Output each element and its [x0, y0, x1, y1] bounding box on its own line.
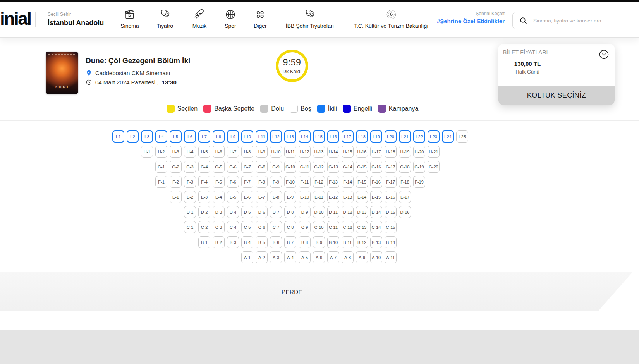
seat-I-18[interactable]: I-18 [356, 130, 368, 143]
seat-C-6[interactable]: C-6 [256, 221, 268, 233]
seat-G-14[interactable]: G-14 [342, 161, 354, 173]
seat-G-7[interactable]: G-7 [241, 161, 253, 173]
seat-F-3[interactable]: F-3 [184, 176, 196, 188]
nav-item-m-zik[interactable]: Müzik [192, 9, 207, 29]
seat-F-11[interactable]: F-11 [299, 176, 311, 188]
seat-A-11[interactable]: A-11 [385, 251, 397, 263]
seat-C-3[interactable]: C-3 [213, 221, 225, 233]
seat-D-9[interactable]: D-9 [299, 206, 311, 218]
seat-F-6[interactable]: F-6 [227, 176, 239, 188]
site-logo[interactable]: inial [0, 8, 31, 29]
seat-F-1[interactable]: F-1 [155, 176, 167, 188]
seat-A-10[interactable]: A-10 [370, 251, 382, 263]
seat-A-6[interactable]: A-6 [313, 251, 325, 263]
seat-H-18[interactable]: H-18 [385, 146, 397, 158]
seat-I-17[interactable]: I-17 [342, 130, 354, 143]
seat-G-13[interactable]: G-13 [327, 161, 339, 173]
seat-I-2[interactable]: I-2 [127, 130, 139, 143]
seat-E-11[interactable]: E-11 [313, 191, 325, 203]
seat-F-13[interactable]: F-13 [327, 176, 339, 188]
seat-H-20[interactable]: H-20 [413, 146, 425, 158]
seat-E-5[interactable]: E-5 [227, 191, 239, 203]
seat-C-5[interactable]: C-5 [241, 221, 253, 233]
seat-I-9[interactable]: I-9 [227, 130, 239, 143]
seat-I-10[interactable]: I-10 [241, 130, 253, 143]
seat-C-10[interactable]: C-10 [313, 221, 325, 233]
seat-H-14[interactable]: H-14 [327, 146, 339, 158]
seat-E-7[interactable]: E-7 [256, 191, 268, 203]
seat-H-10[interactable]: H-10 [270, 146, 282, 158]
seat-C-8[interactable]: C-8 [284, 221, 296, 233]
seat-F-8[interactable]: F-8 [256, 176, 268, 188]
seat-B-1[interactable]: B-1 [198, 236, 210, 248]
seat-C-4[interactable]: C-4 [227, 221, 239, 233]
search-input[interactable] [532, 17, 639, 24]
seat-I-5[interactable]: I-5 [170, 130, 182, 143]
seat-F-7[interactable]: F-7 [241, 176, 253, 188]
seat-H-11[interactable]: H-11 [284, 146, 296, 158]
seat-E-13[interactable]: E-13 [342, 191, 354, 203]
seat-E-16[interactable]: E-16 [385, 191, 397, 203]
seat-D-8[interactable]: D-8 [284, 206, 296, 218]
seat-H-12[interactable]: H-12 [299, 146, 311, 158]
seat-E-8[interactable]: E-8 [270, 191, 282, 203]
seat-F-10[interactable]: F-10 [284, 176, 296, 188]
seat-D-11[interactable]: D-11 [327, 206, 339, 218]
seat-C-13[interactable]: C-13 [356, 221, 368, 233]
seat-H-6[interactable]: H-6 [213, 146, 225, 158]
seat-H-2[interactable]: H-2 [155, 146, 167, 158]
seat-C-14[interactable]: C-14 [370, 221, 382, 233]
seat-D-7[interactable]: D-7 [270, 206, 282, 218]
seat-B-9[interactable]: B-9 [313, 236, 325, 248]
seat-C-11[interactable]: C-11 [327, 221, 339, 233]
seat-G-5[interactable]: G-5 [213, 161, 225, 173]
seat-A-4[interactable]: A-4 [284, 251, 296, 263]
seat-H-9[interactable]: H-9 [256, 146, 268, 158]
seat-I-19[interactable]: I-19 [370, 130, 382, 143]
seat-H-8[interactable]: H-8 [241, 146, 253, 158]
seat-D-13[interactable]: D-13 [356, 206, 368, 218]
seat-D-16[interactable]: D-16 [399, 206, 411, 218]
seat-D-6[interactable]: D-6 [256, 206, 268, 218]
seat-G-18[interactable]: G-18 [399, 161, 411, 173]
seat-E-1[interactable]: E-1 [170, 191, 182, 203]
seat-I-11[interactable]: I-11 [256, 130, 268, 143]
seat-A-8[interactable]: A-8 [342, 251, 354, 263]
seat-G-2[interactable]: G-2 [170, 161, 182, 173]
seat-F-19[interactable]: F-19 [413, 176, 425, 188]
seat-B-12[interactable]: B-12 [356, 236, 368, 248]
select-seat-button[interactable]: KOLTUK SEÇİNİZ [498, 86, 615, 105]
seat-G-17[interactable]: G-17 [385, 161, 397, 173]
seat-D-15[interactable]: D-15 [385, 206, 397, 218]
seat-D-4[interactable]: D-4 [227, 206, 239, 218]
seat-A-9[interactable]: A-9 [356, 251, 368, 263]
seat-I-4[interactable]: I-4 [155, 130, 167, 143]
seat-F-18[interactable]: F-18 [399, 176, 411, 188]
seat-D-14[interactable]: D-14 [370, 206, 382, 218]
seat-F-15[interactable]: F-15 [356, 176, 368, 188]
seat-C-15[interactable]: C-15 [385, 221, 397, 233]
seat-E-3[interactable]: E-3 [198, 191, 210, 203]
seat-I-20[interactable]: I-20 [385, 130, 397, 143]
seat-F-14[interactable]: F-14 [342, 176, 354, 188]
seat-I-7[interactable]: I-7 [198, 130, 210, 143]
seat-G-12[interactable]: G-12 [313, 161, 325, 173]
seat-E-10[interactable]: E-10 [299, 191, 311, 203]
seat-H-19[interactable]: H-19 [399, 146, 411, 158]
seat-B-4[interactable]: B-4 [241, 236, 253, 248]
seat-D-2[interactable]: D-2 [198, 206, 210, 218]
seat-G-8[interactable]: G-8 [256, 161, 268, 173]
seat-F-9[interactable]: F-9 [270, 176, 282, 188]
seat-C-12[interactable]: C-12 [342, 221, 354, 233]
nav-item-i-bb-ehir-tiyatrolar-[interactable]: İBB Şehir Tiyatroları [286, 9, 334, 29]
seat-G-4[interactable]: G-4 [198, 161, 210, 173]
seat-I-21[interactable]: I-21 [399, 130, 411, 143]
seat-B-14[interactable]: B-14 [385, 236, 397, 248]
seat-E-9[interactable]: E-9 [284, 191, 296, 203]
seat-G-1[interactable]: G-1 [155, 161, 167, 173]
seat-I-13[interactable]: I-13 [284, 130, 296, 143]
seat-A-1[interactable]: A-1 [241, 251, 253, 263]
seat-B-11[interactable]: B-11 [342, 236, 354, 248]
seat-H-3[interactable]: H-3 [170, 146, 182, 158]
seat-H-7[interactable]: H-7 [227, 146, 239, 158]
